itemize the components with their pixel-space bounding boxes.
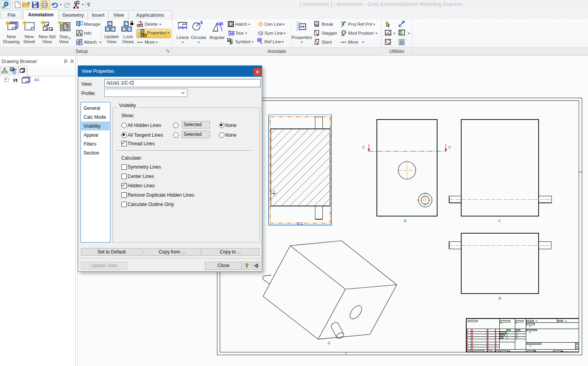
svg-text:?: ? [386,40,387,42]
svg-text:5: 5 [343,34,344,37]
svg-text:30: 30 [219,21,223,26]
svg-text:?: ? [245,262,249,269]
svg-text:D: D [404,219,407,223]
svg-text:C: C [448,145,451,149]
svg-text:2: 2 [317,25,318,27]
svg-text:2: 2 [317,33,318,36]
svg-text:B: B [499,296,501,300]
svg-text:AB: AB [258,39,262,41]
svg-text:5: 5 [181,25,184,30]
svg-text:AB: AB [229,32,233,35]
svg-text:2: 2 [317,42,318,45]
svg-text:A: A [228,39,230,42]
svg-text:5: 5 [200,21,203,25]
svg-text:C-C: C-C [297,222,303,225]
svg-text:A: A [498,219,500,223]
svg-text:A: A [11,68,14,71]
svg-text:G: G [327,341,330,345]
svg-text:C: C [362,145,365,149]
